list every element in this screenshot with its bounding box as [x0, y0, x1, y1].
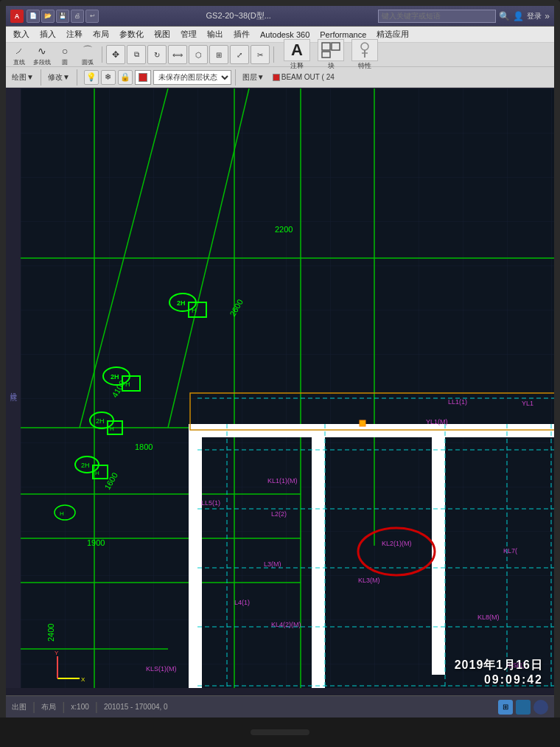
svg-text:H: H [60, 510, 64, 517]
status-zoom: x:100 [71, 703, 88, 711]
layer-state-dropdown[interactable]: 未保存的图层状态 [153, 70, 231, 85]
save-icon[interactable]: 💾 [56, 10, 69, 23]
status-sep-2: | [62, 701, 65, 714]
svg-rect-2 [322, 52, 330, 58]
search-icon[interactable]: 🔍 [499, 11, 510, 21]
layer-group-label[interactable]: 图层▼ [239, 72, 267, 83]
layer-color-indicator [135, 70, 151, 85]
layer-lock-btn[interactable]: 🔒 [118, 70, 133, 85]
svg-text:2H: 2H [96, 417, 105, 425]
svg-text:2H: 2H [81, 462, 90, 469]
properties-icon [351, 39, 378, 61]
tool-line[interactable]: ⟋ 直线 [9, 44, 29, 66]
menu-guanli[interactable]: 管理 [176, 28, 201, 41]
menu-chajian[interactable]: 插件 [229, 28, 254, 41]
rotate-btn[interactable]: ↻ [147, 45, 167, 64]
undo-icon[interactable]: ↩ [85, 10, 99, 23]
properties-btn[interactable]: 特性 [350, 39, 379, 71]
tool-circle[interactable]: ○ 圆 [55, 44, 75, 66]
svg-text:2400: 2400 [46, 624, 55, 642]
svg-text:YL1(M): YL1(M) [426, 418, 448, 425]
timestamp-overlay: 2019年1月16日 09:09:42 [455, 658, 543, 687]
svg-text:KL3(M): KL3(M) [358, 577, 380, 584]
drawing-area[interactable]: 设计院 [6, 88, 554, 688]
user-icon[interactable]: 👤 [513, 11, 524, 21]
svg-text:H: H [192, 307, 197, 314]
monitor-base-strip [251, 729, 309, 735]
svg-text:KL1(1)(M): KL1(1)(M) [267, 477, 298, 484]
svg-point-3 [361, 43, 368, 50]
svg-text:H: H [110, 425, 114, 432]
svg-text:YL1: YL1 [522, 400, 533, 407]
status-buju[interactable]: 布局 [41, 702, 56, 712]
svg-rect-20 [189, 424, 202, 688]
svg-text:H: H [95, 470, 99, 476]
svg-rect-82 [360, 420, 365, 426]
menu-zhushi[interactable]: 注释 [62, 28, 87, 41]
svg-text:L2(2): L2(2) [271, 510, 287, 518]
start-btn[interactable]: ⊞ [498, 700, 513, 715]
menu-shitu[interactable]: 视图 [150, 28, 175, 41]
svg-rect-1 [332, 43, 340, 50]
title-bar-right: 🔍 👤 登录 » [499, 11, 550, 21]
svg-text:Y: Y [55, 650, 59, 656]
search-input[interactable] [378, 10, 496, 23]
status-sep-3: | [95, 701, 98, 714]
array-btn[interactable]: ⊞ [209, 45, 228, 64]
svg-text:X: X [81, 676, 85, 683]
status-coords: 201015 - 170004, 0 [104, 703, 168, 711]
taskbar-icons: ⊞ [498, 700, 548, 715]
layer-controls: 💡 ❄ 🔒 [84, 70, 151, 85]
expand-icon[interactable]: » [545, 11, 550, 21]
menu-buju[interactable]: 布局 [88, 28, 113, 41]
sep-1 [102, 46, 102, 63]
print-icon[interactable]: 🖨 [71, 10, 84, 23]
tool-arc[interactable]: ⌒ 圆弧 [77, 44, 98, 66]
menu-charu[interactable]: 插入 [35, 28, 60, 41]
beam-out-indicator: BEAM OUT ( 24 [273, 73, 335, 81]
stretch-btn[interactable]: ⤢ [230, 45, 249, 64]
svg-text:1800: 1800 [135, 442, 153, 451]
drawing-group-label[interactable]: 绘图▼ [9, 72, 37, 83]
svg-rect-6 [21, 88, 554, 688]
modify-group-label[interactable]: 修改▼ [45, 72, 73, 83]
layer-color-box [139, 73, 147, 82]
tool-polyline[interactable]: ∿ 多段线 [32, 44, 52, 66]
sep-3 [41, 69, 41, 86]
cad-drawing-svg: 2H H 2H H 2H [21, 88, 554, 688]
svg-text:KLS(1)(M): KLS(1)(M) [146, 665, 177, 673]
timestamp-date: 2019年1月16日 [455, 658, 543, 673]
svg-text:2H: 2H [177, 299, 186, 307]
annotation-icon: A [284, 39, 310, 61]
status-chitu[interactable]: 出图 [12, 702, 27, 712]
title-bar: A 📄 📂 💾 🖨 ↩ GS2-20~38(D型... 🔍 👤 登录 » [6, 6, 554, 27]
menu-shuchu[interactable]: 输出 [203, 28, 228, 41]
left-sidebar-strip: 设计院 [6, 88, 21, 688]
login-label[interactable]: 登录 [527, 11, 542, 21]
menu-shuru[interactable]: 数入 [9, 28, 34, 41]
menu-canshuhua[interactable]: 参数化 [115, 28, 148, 41]
mirror-btn[interactable]: ⟺ [168, 45, 187, 64]
block-btn[interactable]: 块 [316, 39, 346, 71]
svg-text:2200: 2200 [275, 225, 293, 234]
move-btn[interactable]: ✥ [106, 45, 125, 64]
block-icon [318, 39, 344, 61]
taskbar-item-1[interactable] [516, 700, 531, 715]
menu-autodesk360[interactable]: Autodesk 360 [256, 29, 314, 40]
svg-text:LL1(1): LL1(1) [448, 398, 467, 406]
new-icon[interactable]: 📄 [27, 10, 40, 23]
taskbar-item-2[interactable] [533, 700, 548, 715]
menu-performance[interactable]: Performance [315, 29, 371, 40]
scale-btn[interactable]: ⬡ [189, 45, 208, 64]
trim-btn[interactable]: ✂ [251, 45, 270, 64]
toolbar-row-1: ⟋ 直线 ∿ 多段线 ○ 圆 ⌒ 圆弧 ✥ [6, 43, 554, 66]
copy-btn[interactable]: ⧉ [127, 45, 146, 64]
window-title: GS2-20~38(D型... [102, 10, 375, 21]
layer-freeze-btn[interactable]: ❄ [101, 70, 116, 85]
annotation-btn[interactable]: A 注释 [282, 39, 312, 71]
toolbar-area: ⟋ 直线 ∿ 多段线 ○ 圆 ⌒ 圆弧 ✥ [6, 43, 554, 88]
svg-text:KL8(M): KL8(M) [477, 614, 500, 621]
monitor-bezel: A 📄 📂 💾 🖨 ↩ GS2-20~38(D型... 🔍 👤 登录 » 数入 … [0, 0, 560, 747]
open-icon[interactable]: 📂 [41, 10, 55, 23]
layer-visible-btn[interactable]: 💡 [84, 70, 99, 85]
